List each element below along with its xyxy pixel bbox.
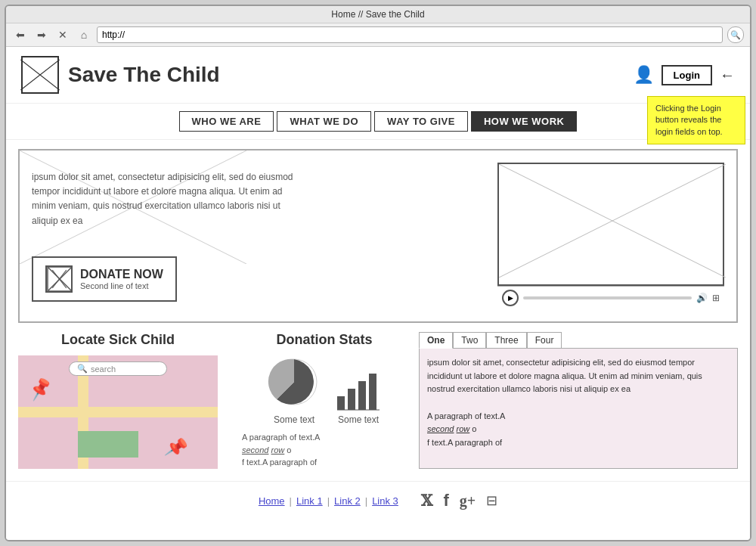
footer-links: Home | Link 1 | Link 2 | Link 3 xyxy=(259,495,398,507)
browser-toolbar: ⬅ ➡ ✕ ⌂ 🔍 xyxy=(6,23,750,47)
user-icon: 👤 xyxy=(634,65,654,85)
browser-search-button[interactable]: 🔍 xyxy=(727,26,744,43)
map-road-horizontal xyxy=(18,407,218,417)
map-green-area xyxy=(78,431,138,458)
video-controls: ▶ 🔊 ⊞ xyxy=(497,286,724,309)
search-icon: 🔍 xyxy=(77,364,88,374)
footer-divider-2: | xyxy=(327,495,330,507)
stats-body-text: A paragraph of text.A second row o f tex… xyxy=(242,431,407,469)
twitter-icon[interactable]: 𝕏 xyxy=(421,492,433,510)
tab-content: ipsum dolor sit amet, consectetur adipis… xyxy=(419,348,738,469)
donate-icon-svg xyxy=(47,266,71,292)
search-placeholder: search xyxy=(91,365,116,374)
tab-four[interactable]: Four xyxy=(527,332,562,349)
stats-section: Donation Stats Some text xyxy=(230,332,419,469)
lower-section: Locate Sick Child 🔍 search 📌 📌 xyxy=(6,332,750,481)
site-footer: Home | Link 1 | Link 2 | Link 3 𝕏 f g+ ⊟ xyxy=(6,481,750,520)
nav-who-we-are[interactable]: WHO WE ARE xyxy=(179,111,274,132)
hero-body-text: ipsum dolor sit amet, consectetur adipis… xyxy=(32,170,304,228)
footer-link-2[interactable]: Link 2 xyxy=(334,495,361,507)
header-right: 👤 Login ← xyxy=(634,65,735,85)
donate-icon xyxy=(45,265,73,293)
bar-chart xyxy=(336,366,381,411)
locate-section: Locate Sick Child 🔍 search 📌 📌 xyxy=(18,332,230,469)
tab-paragraph: A paragraph of text.A second row o f tex… xyxy=(427,410,730,450)
back-button[interactable]: ⬅ xyxy=(12,26,29,43)
page-title: Home // Save the Child xyxy=(331,9,424,20)
pie-chart xyxy=(268,355,321,408)
donate-button[interactable]: DONATE NOW Second line of text xyxy=(32,256,177,302)
svg-rect-9 xyxy=(348,389,355,410)
chart2-label: Some text xyxy=(338,414,379,425)
nav-what-we-do[interactable]: WHAT WE DO xyxy=(277,111,371,132)
rss-icon[interactable]: ⊟ xyxy=(486,492,497,509)
site-title: Save The Child xyxy=(68,63,220,87)
home-button[interactable]: ⌂ xyxy=(76,26,92,43)
pie-chart-container: Some text xyxy=(268,355,321,425)
url-bar[interactable] xyxy=(97,26,723,43)
donate-main-label: DONATE NOW xyxy=(80,268,163,281)
hero-left: ipsum dolor sit amet, consectetur adipis… xyxy=(32,163,485,309)
stats-title: Donation Stats xyxy=(242,332,407,348)
nav-how-we-work[interactable]: HOW WE WORK xyxy=(471,111,578,132)
browser-window: Home // Save the Child ⬅ ➡ ✕ ⌂ 🔍 Save Th… xyxy=(5,5,751,541)
play-button[interactable]: ▶ xyxy=(502,290,519,306)
footer-link-1[interactable]: Link 1 xyxy=(296,495,323,507)
googleplus-icon[interactable]: g+ xyxy=(460,492,476,510)
nav-way-to-give[interactable]: WAY TO GIVE xyxy=(374,111,468,132)
stats-charts: Some text Some text xyxy=(242,355,407,425)
arrow-right-icon: ← xyxy=(720,67,735,84)
tab-two[interactable]: Two xyxy=(453,332,486,349)
locate-title: Locate Sick Child xyxy=(18,332,218,348)
hero-right: ▶ 🔊 ⊞ xyxy=(497,163,724,309)
footer-divider-1: | xyxy=(290,495,292,507)
settings-icon: ⊞ xyxy=(712,293,720,303)
video-progress-bar[interactable] xyxy=(523,296,692,299)
map-pin-1: 📌 xyxy=(26,376,54,402)
footer-divider-3: | xyxy=(365,495,367,507)
tab-three[interactable]: Three xyxy=(486,332,526,349)
facebook-icon[interactable]: f xyxy=(443,491,448,510)
browser-titlebar: Home // Save the Child xyxy=(6,6,750,23)
footer-link-3[interactable]: Link 3 xyxy=(372,495,398,507)
tabs-section: One Two Three Four ipsum dolor sit amet,… xyxy=(419,332,738,469)
map-area: 🔍 search 📌 📌 xyxy=(18,355,218,469)
site-header: Save The Child 👤 Login ← xyxy=(6,47,750,104)
video-wireframe xyxy=(499,164,726,278)
map-search-bar[interactable]: 🔍 search xyxy=(69,361,167,376)
hero-section: ipsum dolor sit amet, consectetur adipis… xyxy=(18,149,738,323)
forward-button[interactable]: ➡ xyxy=(33,26,50,43)
volume-icon: 🔊 xyxy=(696,293,708,303)
page-content: Save The Child 👤 Login ← Clicking the Lo… xyxy=(6,47,750,541)
tabs-header: One Two Three Four xyxy=(419,332,738,349)
donate-text-area: DONATE NOW Second line of text xyxy=(80,268,163,290)
social-icons: 𝕏 f g+ ⊟ xyxy=(421,491,497,510)
bar-chart-container: Some text xyxy=(336,366,381,425)
login-button[interactable]: Login xyxy=(662,65,712,85)
logo-icon xyxy=(21,56,59,94)
video-box xyxy=(497,163,724,286)
tab-one[interactable]: One xyxy=(419,332,453,349)
login-tooltip: Clicking the Login button reveals the lo… xyxy=(647,96,745,144)
footer-link-home[interactable]: Home xyxy=(259,495,285,507)
svg-rect-8 xyxy=(337,396,345,410)
chart1-label: Some text xyxy=(268,414,321,425)
donate-sub-label: Second line of text xyxy=(80,281,163,290)
tab-body-text: ipsum dolor sit amet, consectetur adipis… xyxy=(427,356,730,396)
site-nav: WHO WE ARE WHAT WE DO WAY TO GIVE HOW WE… xyxy=(6,104,750,140)
map-pin-2: 📌 xyxy=(163,436,189,461)
close-button[interactable]: ✕ xyxy=(54,26,71,43)
svg-rect-10 xyxy=(358,381,366,410)
logo-area: Save The Child xyxy=(21,56,220,94)
svg-rect-11 xyxy=(369,374,376,410)
